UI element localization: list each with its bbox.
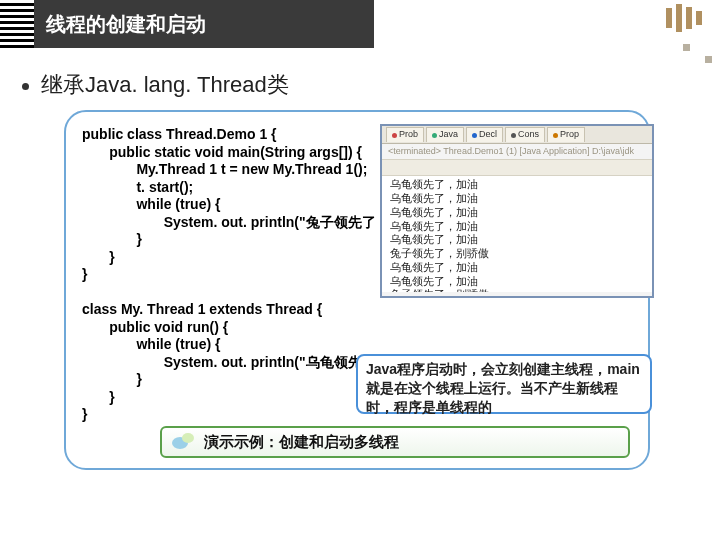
- logo-bar: [686, 7, 692, 29]
- tab-dot-icon: [392, 133, 397, 138]
- logo-bar: [666, 8, 672, 28]
- logo-bar: [676, 4, 682, 32]
- console-line: 乌龟领先了，加油: [390, 206, 644, 220]
- tab-label: Prob: [399, 129, 418, 140]
- logo: [666, 4, 702, 32]
- console-line: 兔子领先了，别骄傲: [390, 247, 644, 261]
- tab-label: Prop: [560, 129, 579, 140]
- bullet-dot-icon: [22, 83, 29, 90]
- chat-bubbles-icon: [172, 433, 194, 451]
- ide-tab-cons[interactable]: Cons: [505, 127, 545, 141]
- tab-label: Cons: [518, 129, 539, 140]
- ide-tab-bar: Prob Java Decl Cons Prop: [382, 126, 652, 144]
- bullet-heading: 继承Java. lang. Thread类: [22, 70, 720, 100]
- callout-text: Java程序启动时，会立刻创建主线程，main就是在这个线程上运行。当不产生新线…: [366, 361, 640, 415]
- title-stripe-decor: [0, 0, 34, 48]
- console-line: 乌龟领先了，加油: [390, 192, 644, 206]
- decor-dot: [705, 56, 712, 63]
- console-line: 乌龟领先了，加油: [390, 220, 644, 234]
- ide-tab-java[interactable]: Java: [426, 127, 464, 141]
- ide-tab-decl[interactable]: Decl: [466, 127, 503, 141]
- console-line: 兔子领先了，别骄傲: [390, 288, 644, 292]
- ide-tab-prob[interactable]: Prob: [386, 127, 424, 141]
- ide-window: Prob Java Decl Cons Prop <terminated> Th…: [380, 124, 654, 298]
- tab-dot-icon: [432, 133, 437, 138]
- demo-box: 演示示例：创建和启动多线程: [160, 426, 630, 458]
- demo-label: 演示示例：创建和启动多线程: [204, 433, 399, 452]
- ide-console-output: 乌龟领先了，加油 乌龟领先了，加油 乌龟领先了，加油 乌龟领先了，加油 乌龟领先…: [382, 176, 652, 292]
- tab-label: Java: [439, 129, 458, 140]
- bullet-text: 继承Java. lang. Thread类: [41, 72, 289, 97]
- code-box: public class Thread.Demo 1 { public stat…: [64, 110, 650, 470]
- decor-dot: [683, 44, 690, 51]
- console-line: 乌龟领先了，加油: [390, 233, 644, 247]
- tab-label: Decl: [479, 129, 497, 140]
- tab-dot-icon: [553, 133, 558, 138]
- ide-terminated-line: <terminated> Thread.Demo1 (1) [Java Appl…: [382, 144, 652, 160]
- terminated-text: <terminated> Thread.Demo1 (1) [Java Appl…: [388, 146, 634, 156]
- title-bar: 线程的创建和启动: [0, 0, 720, 48]
- console-line: 乌龟领先了，加油: [390, 261, 644, 275]
- logo-bar: [696, 11, 702, 25]
- ide-toolbar: [382, 160, 652, 176]
- callout-box: Java程序启动时，会立刻创建主线程，main就是在这个线程上运行。当不产生新线…: [356, 354, 652, 414]
- console-line: 乌龟领先了，加油: [390, 178, 644, 192]
- ide-tab-prop[interactable]: Prop: [547, 127, 585, 141]
- tab-dot-icon: [472, 133, 477, 138]
- console-line: 乌龟领先了，加油: [390, 275, 644, 289]
- slide-title: 线程的创建和启动: [34, 0, 374, 48]
- tab-dot-icon: [511, 133, 516, 138]
